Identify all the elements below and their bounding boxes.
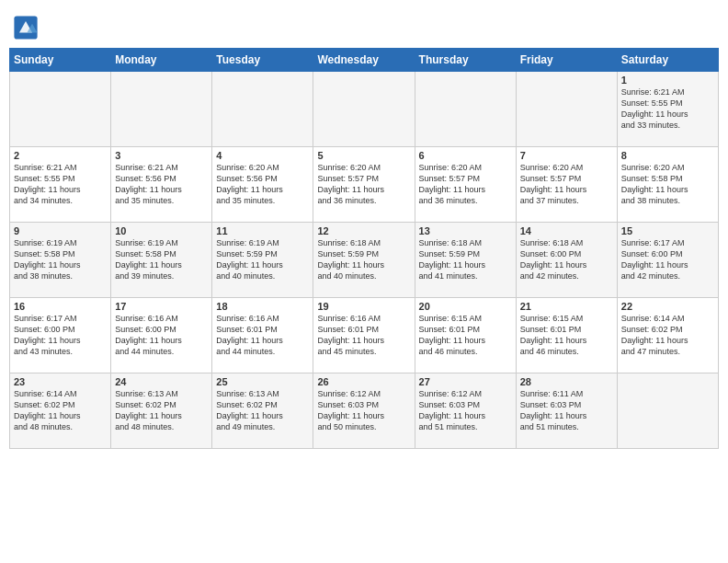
day-info: Sunrise: 6:18 AM Sunset: 5:59 PM Dayligh… (419, 237, 512, 282)
day-info: Sunrise: 6:20 AM Sunset: 5:57 PM Dayligh… (317, 162, 410, 207)
weekday-header: Saturday (617, 49, 718, 72)
day-info: Sunrise: 6:16 AM Sunset: 6:01 PM Dayligh… (216, 313, 309, 358)
calendar-cell: 20Sunrise: 6:15 AM Sunset: 6:01 PM Dayli… (415, 298, 516, 373)
logo-icon (13, 15, 39, 40)
day-number: 15 (621, 225, 714, 236)
calendar-cell (212, 72, 313, 147)
weekday-header: Monday (111, 49, 212, 72)
day-info: Sunrise: 6:14 AM Sunset: 6:02 PM Dayligh… (14, 388, 107, 433)
day-number: 20 (419, 301, 512, 312)
calendar-cell: 4Sunrise: 6:20 AM Sunset: 5:56 PM Daylig… (212, 147, 313, 223)
calendar-cell: 10Sunrise: 6:19 AM Sunset: 5:58 PM Dayli… (111, 223, 212, 298)
day-info: Sunrise: 6:12 AM Sunset: 6:03 PM Dayligh… (317, 388, 410, 433)
calendar-cell (415, 72, 516, 147)
calendar-cell: 26Sunrise: 6:12 AM Sunset: 6:03 PM Dayli… (313, 373, 415, 449)
day-info: Sunrise: 6:18 AM Sunset: 5:59 PM Dayligh… (317, 237, 410, 282)
calendar-cell: 13Sunrise: 6:18 AM Sunset: 5:59 PM Dayli… (415, 223, 516, 298)
day-number: 25 (216, 376, 309, 387)
day-info: Sunrise: 6:15 AM Sunset: 6:01 PM Dayligh… (520, 313, 613, 358)
day-info: Sunrise: 6:11 AM Sunset: 6:03 PM Dayligh… (520, 388, 613, 433)
calendar-cell: 16Sunrise: 6:17 AM Sunset: 6:00 PM Dayli… (10, 298, 111, 373)
day-number: 17 (115, 301, 208, 312)
page-header (9, 9, 719, 40)
day-info: Sunrise: 6:17 AM Sunset: 6:00 PM Dayligh… (14, 313, 107, 358)
day-info: Sunrise: 6:19 AM Sunset: 5:58 PM Dayligh… (115, 237, 208, 282)
weekday-header: Sunday (10, 49, 111, 72)
day-number: 12 (317, 225, 410, 236)
logo (13, 15, 40, 40)
calendar-cell: 28Sunrise: 6:11 AM Sunset: 6:03 PM Dayli… (516, 373, 617, 449)
day-info: Sunrise: 6:21 AM Sunset: 5:55 PM Dayligh… (14, 162, 107, 207)
day-number: 8 (621, 150, 714, 161)
day-number: 26 (317, 376, 410, 387)
calendar-cell: 1Sunrise: 6:21 AM Sunset: 5:55 PM Daylig… (617, 72, 718, 147)
calendar-week-row: 1Sunrise: 6:21 AM Sunset: 5:55 PM Daylig… (10, 72, 719, 147)
calendar-cell: 22Sunrise: 6:14 AM Sunset: 6:02 PM Dayli… (617, 298, 718, 373)
day-number: 9 (14, 225, 107, 236)
calendar-cell: 7Sunrise: 6:20 AM Sunset: 5:57 PM Daylig… (516, 147, 617, 223)
weekday-header: Friday (516, 49, 617, 72)
calendar-week-row: 16Sunrise: 6:17 AM Sunset: 6:00 PM Dayli… (10, 298, 719, 373)
day-info: Sunrise: 6:17 AM Sunset: 6:00 PM Dayligh… (621, 237, 714, 282)
calendar-table: SundayMondayTuesdayWednesdayThursdayFrid… (9, 48, 719, 449)
day-number: 11 (216, 225, 309, 236)
calendar-cell: 15Sunrise: 6:17 AM Sunset: 6:00 PM Dayli… (617, 223, 718, 298)
calendar-cell: 3Sunrise: 6:21 AM Sunset: 5:56 PM Daylig… (111, 147, 212, 223)
day-number: 2 (14, 150, 107, 161)
calendar-week-row: 9Sunrise: 6:19 AM Sunset: 5:58 PM Daylig… (10, 223, 719, 298)
day-number: 3 (115, 150, 208, 161)
calendar-week-row: 2Sunrise: 6:21 AM Sunset: 5:55 PM Daylig… (10, 147, 719, 223)
calendar-cell: 21Sunrise: 6:15 AM Sunset: 6:01 PM Dayli… (516, 298, 617, 373)
calendar-cell: 27Sunrise: 6:12 AM Sunset: 6:03 PM Dayli… (415, 373, 516, 449)
day-number: 21 (520, 301, 613, 312)
day-info: Sunrise: 6:21 AM Sunset: 5:56 PM Dayligh… (115, 162, 208, 207)
day-number: 27 (419, 376, 512, 387)
day-number: 13 (419, 225, 512, 236)
day-info: Sunrise: 6:20 AM Sunset: 5:57 PM Dayligh… (520, 162, 613, 207)
day-info: Sunrise: 6:16 AM Sunset: 6:01 PM Dayligh… (317, 313, 410, 358)
calendar-cell: 6Sunrise: 6:20 AM Sunset: 5:57 PM Daylig… (415, 147, 516, 223)
day-number: 18 (216, 301, 309, 312)
day-info: Sunrise: 6:19 AM Sunset: 5:59 PM Dayligh… (216, 237, 309, 282)
calendar-cell (111, 72, 212, 147)
weekday-header-row: SundayMondayTuesdayWednesdayThursdayFrid… (10, 49, 719, 72)
day-number: 19 (317, 301, 410, 312)
calendar-cell: 11Sunrise: 6:19 AM Sunset: 5:59 PM Dayli… (212, 223, 313, 298)
day-number: 24 (115, 376, 208, 387)
calendar-cell: 23Sunrise: 6:14 AM Sunset: 6:02 PM Dayli… (10, 373, 111, 449)
day-info: Sunrise: 6:19 AM Sunset: 5:58 PM Dayligh… (14, 237, 107, 282)
calendar-cell: 2Sunrise: 6:21 AM Sunset: 5:55 PM Daylig… (10, 147, 111, 223)
weekday-header: Thursday (415, 49, 516, 72)
calendar-cell: 9Sunrise: 6:19 AM Sunset: 5:58 PM Daylig… (10, 223, 111, 298)
calendar-cell (10, 72, 111, 147)
day-number: 7 (520, 150, 613, 161)
day-number: 28 (520, 376, 613, 387)
day-number: 5 (317, 150, 410, 161)
day-info: Sunrise: 6:20 AM Sunset: 5:58 PM Dayligh… (621, 162, 714, 207)
day-info: Sunrise: 6:15 AM Sunset: 6:01 PM Dayligh… (419, 313, 512, 358)
calendar-cell (617, 373, 718, 449)
day-number: 10 (115, 225, 208, 236)
day-number: 23 (14, 376, 107, 387)
day-number: 1 (621, 75, 714, 86)
calendar-cell: 8Sunrise: 6:20 AM Sunset: 5:58 PM Daylig… (617, 147, 718, 223)
day-info: Sunrise: 6:13 AM Sunset: 6:02 PM Dayligh… (115, 388, 208, 433)
day-info: Sunrise: 6:18 AM Sunset: 6:00 PM Dayligh… (520, 237, 613, 282)
calendar-cell: 19Sunrise: 6:16 AM Sunset: 6:01 PM Dayli… (313, 298, 415, 373)
day-number: 16 (14, 301, 107, 312)
calendar-cell: 18Sunrise: 6:16 AM Sunset: 6:01 PM Dayli… (212, 298, 313, 373)
weekday-header: Tuesday (212, 49, 313, 72)
weekday-header: Wednesday (313, 49, 415, 72)
calendar-cell: 25Sunrise: 6:13 AM Sunset: 6:02 PM Dayli… (212, 373, 313, 449)
calendar-cell: 17Sunrise: 6:16 AM Sunset: 6:00 PM Dayli… (111, 298, 212, 373)
calendar-week-row: 23Sunrise: 6:14 AM Sunset: 6:02 PM Dayli… (10, 373, 719, 449)
day-info: Sunrise: 6:16 AM Sunset: 6:00 PM Dayligh… (115, 313, 208, 358)
calendar-cell (313, 72, 415, 147)
day-info: Sunrise: 6:14 AM Sunset: 6:02 PM Dayligh… (621, 313, 714, 358)
day-info: Sunrise: 6:20 AM Sunset: 5:57 PM Dayligh… (419, 162, 512, 207)
calendar-cell: 5Sunrise: 6:20 AM Sunset: 5:57 PM Daylig… (313, 147, 415, 223)
day-info: Sunrise: 6:13 AM Sunset: 6:02 PM Dayligh… (216, 388, 309, 433)
calendar-cell: 14Sunrise: 6:18 AM Sunset: 6:00 PM Dayli… (516, 223, 617, 298)
day-number: 4 (216, 150, 309, 161)
calendar-cell (516, 72, 617, 147)
